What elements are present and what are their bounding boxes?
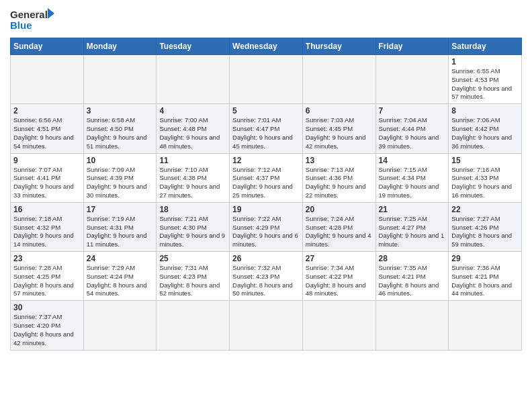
svg-text:General: General	[10, 9, 48, 20]
day-info: Sunrise: 7:10 AM Sunset: 4:38 PM Dayligh…	[159, 166, 226, 200]
calendar-cell: 27Sunrise: 7:34 AM Sunset: 4:22 PM Dayli…	[302, 252, 375, 301]
day-info: Sunrise: 7:27 AM Sunset: 4:26 PM Dayligh…	[451, 215, 519, 249]
day-number: 26	[232, 254, 300, 263]
day-number: 23	[13, 254, 81, 263]
calendar-cell: 15Sunrise: 7:16 AM Sunset: 4:33 PM Dayli…	[449, 153, 522, 202]
calendar-cell: 2Sunrise: 6:56 AM Sunset: 4:51 PM Daylig…	[11, 104, 84, 153]
day-number: 16	[13, 205, 81, 214]
svg-marker-2	[48, 8, 54, 19]
calendar-cell	[157, 301, 230, 350]
calendar-cell: 23Sunrise: 7:28 AM Sunset: 4:25 PM Dayli…	[11, 252, 84, 301]
calendar-cell	[230, 55, 303, 104]
day-number: 28	[379, 254, 446, 263]
calendar-cell: 16Sunrise: 7:18 AM Sunset: 4:32 PM Dayli…	[11, 202, 84, 251]
day-info: Sunrise: 7:31 AM Sunset: 4:23 PM Dayligh…	[159, 264, 226, 298]
calendar-cell: 7Sunrise: 7:04 AM Sunset: 4:44 PM Daylig…	[375, 104, 449, 153]
day-number: 29	[451, 254, 519, 263]
day-info: Sunrise: 7:09 AM Sunset: 4:39 PM Dayligh…	[87, 166, 154, 200]
calendar-cell: 3Sunrise: 6:58 AM Sunset: 4:50 PM Daylig…	[83, 104, 157, 153]
weekday-sunday: Sunday	[11, 38, 84, 55]
day-number: 3	[87, 106, 154, 116]
calendar-table: SundayMondayTuesdayWednesdayThursdayFrid…	[10, 38, 522, 351]
day-info: Sunrise: 6:55 AM Sunset: 4:53 PM Dayligh…	[451, 67, 519, 101]
calendar-cell: 10Sunrise: 7:09 AM Sunset: 4:39 PM Dayli…	[83, 153, 157, 202]
calendar-cell: 14Sunrise: 7:15 AM Sunset: 4:34 PM Dayli…	[375, 153, 449, 202]
day-info: Sunrise: 7:22 AM Sunset: 4:29 PM Dayligh…	[232, 215, 300, 249]
day-info: Sunrise: 7:13 AM Sunset: 4:36 PM Dayligh…	[306, 166, 373, 200]
calendar-cell: 24Sunrise: 7:29 AM Sunset: 4:24 PM Dayli…	[83, 252, 157, 301]
calendar-cell: 26Sunrise: 7:32 AM Sunset: 4:23 PM Dayli…	[230, 252, 303, 301]
calendar-cell: 8Sunrise: 7:06 AM Sunset: 4:42 PM Daylig…	[449, 104, 522, 153]
week-row-1: 1Sunrise: 6:55 AM Sunset: 4:53 PM Daylig…	[11, 55, 522, 104]
day-info: Sunrise: 7:03 AM Sunset: 4:45 PM Dayligh…	[306, 116, 373, 150]
day-info: Sunrise: 7:37 AM Sunset: 4:20 PM Dayligh…	[13, 313, 81, 347]
calendar-cell: 22Sunrise: 7:27 AM Sunset: 4:26 PM Dayli…	[449, 202, 522, 251]
day-number: 12	[232, 156, 300, 165]
day-info: Sunrise: 7:25 AM Sunset: 4:27 PM Dayligh…	[379, 215, 446, 249]
svg-text:Blue: Blue	[10, 19, 32, 31]
day-info: Sunrise: 7:06 AM Sunset: 4:42 PM Dayligh…	[451, 116, 519, 150]
day-number: 6	[306, 106, 373, 116]
week-row-4: 16Sunrise: 7:18 AM Sunset: 4:32 PM Dayli…	[11, 202, 522, 251]
weekday-tuesday: Tuesday	[157, 38, 230, 55]
day-info: Sunrise: 7:00 AM Sunset: 4:48 PM Dayligh…	[159, 116, 226, 150]
day-number: 9	[13, 156, 81, 165]
day-number: 4	[159, 106, 226, 116]
day-info: Sunrise: 6:56 AM Sunset: 4:51 PM Dayligh…	[13, 116, 81, 150]
day-number: 10	[87, 156, 154, 165]
day-info: Sunrise: 6:58 AM Sunset: 4:50 PM Dayligh…	[87, 116, 154, 150]
calendar-cell	[302, 55, 375, 104]
day-info: Sunrise: 7:34 AM Sunset: 4:22 PM Dayligh…	[306, 264, 373, 298]
day-info: Sunrise: 7:19 AM Sunset: 4:31 PM Dayligh…	[87, 215, 154, 249]
day-number: 5	[232, 106, 300, 116]
day-number: 27	[306, 254, 373, 263]
page-header: GeneralBlue	[10, 7, 522, 32]
calendar-cell	[83, 55, 157, 104]
day-number: 11	[159, 156, 226, 165]
week-row-5: 23Sunrise: 7:28 AM Sunset: 4:25 PM Dayli…	[11, 252, 522, 301]
day-info: Sunrise: 7:29 AM Sunset: 4:24 PM Dayligh…	[87, 264, 154, 298]
day-number: 17	[87, 205, 154, 214]
day-info: Sunrise: 7:18 AM Sunset: 4:32 PM Dayligh…	[13, 215, 81, 249]
day-number: 1	[451, 57, 519, 66]
day-info: Sunrise: 7:28 AM Sunset: 4:25 PM Dayligh…	[13, 264, 81, 298]
logo: GeneralBlue	[10, 7, 57, 32]
calendar-cell: 19Sunrise: 7:22 AM Sunset: 4:29 PM Dayli…	[230, 202, 303, 251]
week-row-2: 2Sunrise: 6:56 AM Sunset: 4:51 PM Daylig…	[11, 104, 522, 153]
calendar-cell: 17Sunrise: 7:19 AM Sunset: 4:31 PM Dayli…	[83, 202, 157, 251]
calendar-cell	[375, 301, 449, 350]
day-info: Sunrise: 7:12 AM Sunset: 4:37 PM Dayligh…	[232, 166, 300, 200]
day-number: 13	[306, 156, 373, 165]
calendar-cell	[83, 301, 157, 350]
weekday-header-row: SundayMondayTuesdayWednesdayThursdayFrid…	[11, 38, 522, 55]
calendar-cell: 25Sunrise: 7:31 AM Sunset: 4:23 PM Dayli…	[157, 252, 230, 301]
weekday-monday: Monday	[83, 38, 157, 55]
day-number: 2	[13, 106, 81, 116]
day-info: Sunrise: 7:04 AM Sunset: 4:44 PM Dayligh…	[379, 116, 446, 150]
week-row-6: 30Sunrise: 7:37 AM Sunset: 4:20 PM Dayli…	[11, 301, 522, 350]
day-info: Sunrise: 7:15 AM Sunset: 4:34 PM Dayligh…	[379, 166, 446, 200]
weekday-saturday: Saturday	[449, 38, 522, 55]
day-info: Sunrise: 7:21 AM Sunset: 4:30 PM Dayligh…	[159, 215, 226, 249]
day-number: 8	[451, 106, 519, 116]
day-info: Sunrise: 7:24 AM Sunset: 4:28 PM Dayligh…	[306, 215, 373, 249]
day-info: Sunrise: 7:01 AM Sunset: 4:47 PM Dayligh…	[232, 116, 300, 150]
calendar-cell: 28Sunrise: 7:35 AM Sunset: 4:21 PM Dayli…	[375, 252, 449, 301]
week-row-3: 9Sunrise: 7:07 AM Sunset: 4:41 PM Daylig…	[11, 153, 522, 202]
weekday-thursday: Thursday	[302, 38, 375, 55]
calendar-cell: 6Sunrise: 7:03 AM Sunset: 4:45 PM Daylig…	[302, 104, 375, 153]
calendar-cell	[302, 301, 375, 350]
calendar-cell: 13Sunrise: 7:13 AM Sunset: 4:36 PM Dayli…	[302, 153, 375, 202]
calendar-cell: 18Sunrise: 7:21 AM Sunset: 4:30 PM Dayli…	[157, 202, 230, 251]
day-info: Sunrise: 7:35 AM Sunset: 4:21 PM Dayligh…	[379, 264, 446, 298]
day-number: 20	[306, 205, 373, 214]
calendar-cell: 29Sunrise: 7:36 AM Sunset: 4:21 PM Dayli…	[449, 252, 522, 301]
calendar-cell: 4Sunrise: 7:00 AM Sunset: 4:48 PM Daylig…	[157, 104, 230, 153]
calendar-cell: 12Sunrise: 7:12 AM Sunset: 4:37 PM Dayli…	[230, 153, 303, 202]
day-number: 22	[451, 205, 519, 214]
day-number: 30	[13, 303, 81, 312]
calendar-cell	[157, 55, 230, 104]
day-number: 19	[232, 205, 300, 214]
day-info: Sunrise: 7:07 AM Sunset: 4:41 PM Dayligh…	[13, 166, 81, 200]
calendar-cell: 11Sunrise: 7:10 AM Sunset: 4:38 PM Dayli…	[157, 153, 230, 202]
